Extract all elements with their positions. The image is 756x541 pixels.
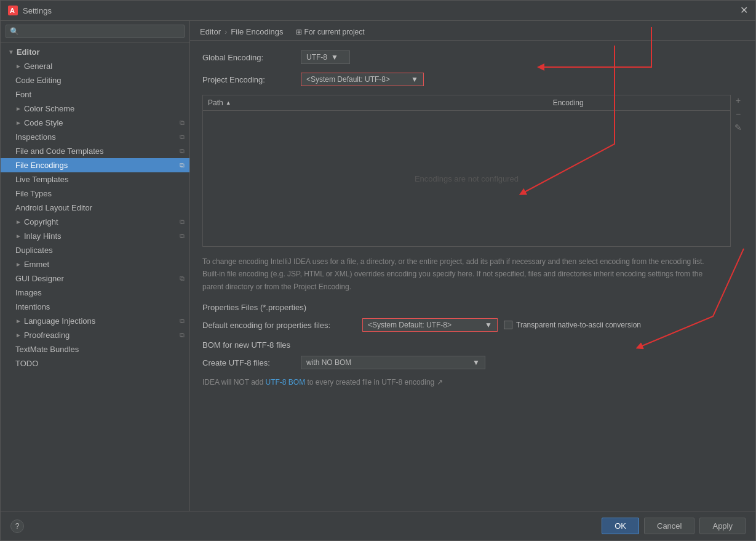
help-button[interactable]: ? (10, 519, 24, 533)
default-encoding-row: Default encoding for properties files: <… (202, 318, 743, 332)
copy-icon-copyright: ⧉ (180, 218, 185, 226)
copy-icon-inlay-hints: ⧉ (180, 232, 185, 240)
project-encoding-value: <System Default: UTF-8> (306, 75, 390, 84)
edit-encoding-button[interactable]: ✎ (733, 122, 743, 133)
global-encoding-value: UTF-8 (306, 53, 327, 62)
encodings-table-wrapper: Path ▲ Encoding Encodings are not config… (202, 95, 743, 247)
project-encoding-dropdown[interactable]: <System Default: UTF-8> ▼ (301, 73, 424, 86)
sidebar-item-emmet[interactable]: ► Emmet (1, 257, 189, 271)
sidebar-item-font[interactable]: Font (1, 87, 189, 102)
sidebar-item-general[interactable]: ► General (1, 59, 189, 73)
sidebar-item-proofreading[interactable]: ► Proofreading ⧉ (1, 328, 189, 342)
dialog-title: Settings (23, 6, 740, 15)
close-button[interactable]: ✕ (740, 6, 748, 15)
sidebar-search-area (1, 21, 189, 42)
properties-encoding-arrow: ▼ (485, 321, 492, 329)
global-encoding-arrow: ▼ (331, 53, 338, 62)
inlay-hints-arrow: ► (15, 233, 22, 239)
sidebar-item-label: Language Injections (24, 316, 95, 326)
copy-icon-lang-injections: ⧉ (180, 317, 185, 325)
add-encoding-button[interactable]: + (733, 95, 743, 106)
sidebar-item-live-templates[interactable]: Live Templates (1, 172, 189, 186)
dialog-body: ▼ Editor ► General Code Editing Font ► C… (1, 21, 755, 511)
sort-icon: ▲ (226, 100, 231, 106)
sidebar-item-label: Live Templates (15, 175, 68, 184)
copy-icon-gui-designer: ⧉ (180, 275, 185, 283)
sidebar-item-label: Copyright (24, 217, 58, 226)
sidebar-item-label: Proofreading (24, 331, 70, 340)
app-icon: A (8, 6, 18, 15)
sidebar-item-label: Emmet (24, 260, 49, 269)
create-utf8-arrow: ▼ (472, 358, 480, 367)
title-bar: A Settings ✕ (1, 1, 755, 21)
table-header: Path ▲ Encoding (203, 95, 730, 111)
bom-section-title: BOM for new UTF-8 files (202, 340, 743, 350)
transparent-label: Transparent native-to-ascii conversion (516, 321, 641, 329)
transparent-checkbox-row: Transparent native-to-ascii conversion (504, 321, 641, 329)
properties-section-title: Properties Files (*.properties) (202, 303, 743, 312)
create-utf8-row: Create UTF-8 files: with NO BOM ▼ (202, 356, 743, 369)
sidebar-item-label: File and Code Templates (15, 146, 104, 156)
main-panel-wrapper: Editor › File Encodings ⊞ For current pr… (190, 21, 755, 511)
sidebar-item-todo[interactable]: TODO (1, 356, 189, 371)
emmet-arrow: ► (15, 261, 22, 268)
utf8-bom-link[interactable]: UTF-8 BOM (266, 378, 306, 387)
cancel-button[interactable]: Cancel (644, 518, 694, 534)
global-encoding-row: Global Encoding: UTF-8 ▼ (202, 50, 743, 64)
sidebar-item-color-scheme[interactable]: ► Color Scheme (1, 102, 189, 116)
encodings-table: Path ▲ Encoding Encodings are not config… (202, 95, 731, 247)
sidebar-items-list: ▼ Editor ► General Code Editing Font ► C… (1, 42, 189, 511)
create-utf8-dropdown[interactable]: with NO BOM ▼ (301, 356, 485, 369)
copy-icon-proofreading: ⧉ (180, 331, 185, 339)
ok-button[interactable]: OK (602, 518, 639, 534)
create-utf8-value: with NO BOM (306, 358, 351, 367)
sidebar-item-file-encodings[interactable]: File Encodings ⧉ (1, 158, 189, 172)
for-project-label: For current project (304, 28, 365, 36)
properties-encoding-dropdown[interactable]: <System Default: UTF-8> ▼ (362, 318, 498, 332)
copy-icon-code-style: ⧉ (180, 119, 185, 127)
create-utf8-label: Create UTF-8 files: (202, 358, 301, 367)
sidebar-item-label: Inlay Hints (24, 231, 62, 241)
table-col-encoding: Encoding (553, 98, 725, 107)
table-actions: + − ✎ (731, 95, 743, 247)
breadcrumb: Editor › File Encodings ⊞ For current pr… (190, 21, 755, 41)
table-col-path: Path ▲ (208, 98, 553, 107)
breadcrumb-editor: Editor (200, 27, 221, 36)
color-scheme-arrow: ► (15, 105, 22, 112)
project-encoding-row: Project Encoding: <System Default: UTF-8… (202, 73, 743, 86)
sidebar-item-editor[interactable]: ▼ Editor (1, 45, 189, 59)
sidebar-item-code-editing[interactable]: Code Editing (1, 73, 189, 87)
sidebar-item-file-code-templates[interactable]: File and Code Templates ⧉ (1, 144, 189, 158)
sidebar-item-duplicates[interactable]: Duplicates (1, 243, 189, 257)
sidebar-item-images[interactable]: Images (1, 286, 189, 300)
sidebar-item-inspections[interactable]: Inspections ⧉ (1, 130, 189, 144)
search-input[interactable] (6, 25, 185, 38)
for-current-project-link[interactable]: ⊞ For current project (296, 28, 365, 36)
dialog-footer: ? OK Cancel Apply (1, 511, 755, 540)
remove-encoding-button[interactable]: − (733, 108, 743, 119)
copyright-arrow: ► (15, 218, 22, 225)
sidebar-item-file-types[interactable]: File Types (1, 186, 189, 201)
sidebar-item-inlay-hints[interactable]: ► Inlay Hints ⧉ (1, 229, 189, 243)
bom-note: IDEA will NOT add UTF-8 BOM to every cre… (202, 378, 743, 387)
settings-dialog: A Settings ✕ ▼ Editor ► General (0, 0, 756, 541)
path-col-label: Path (208, 98, 223, 107)
main-panel: Editor › File Encodings ⊞ For current pr… (190, 21, 755, 511)
sidebar-item-textmate-bundles[interactable]: TextMate Bundles (1, 342, 189, 356)
sidebar-item-label: Images (15, 288, 42, 297)
sidebar-item-code-style[interactable]: ► Code Style ⧉ (1, 116, 189, 130)
default-encoding-label: Default encoding for properties files: (202, 321, 362, 330)
sidebar-item-label: TODO (15, 359, 38, 368)
sidebar-item-android-layout-editor[interactable]: Android Layout Editor (1, 201, 189, 215)
global-encoding-dropdown[interactable]: UTF-8 ▼ (301, 50, 350, 64)
breadcrumb-separator: › (225, 27, 227, 36)
transparent-checkbox[interactable] (504, 321, 512, 329)
breadcrumb-current: File Encodings (231, 27, 283, 36)
sidebar-item-copyright[interactable]: ► Copyright ⧉ (1, 215, 189, 229)
sidebar-item-label: Color Scheme (24, 104, 74, 113)
sidebar-item-gui-designer[interactable]: GUI Designer ⧉ (1, 271, 189, 286)
sidebar-item-intentions[interactable]: Intentions (1, 300, 189, 314)
apply-button[interactable]: Apply (699, 518, 746, 534)
sidebar-item-language-injections[interactable]: ► Language Injections ⧉ (1, 314, 189, 328)
properties-encoding-value: <System Default: UTF-8> (368, 321, 452, 329)
